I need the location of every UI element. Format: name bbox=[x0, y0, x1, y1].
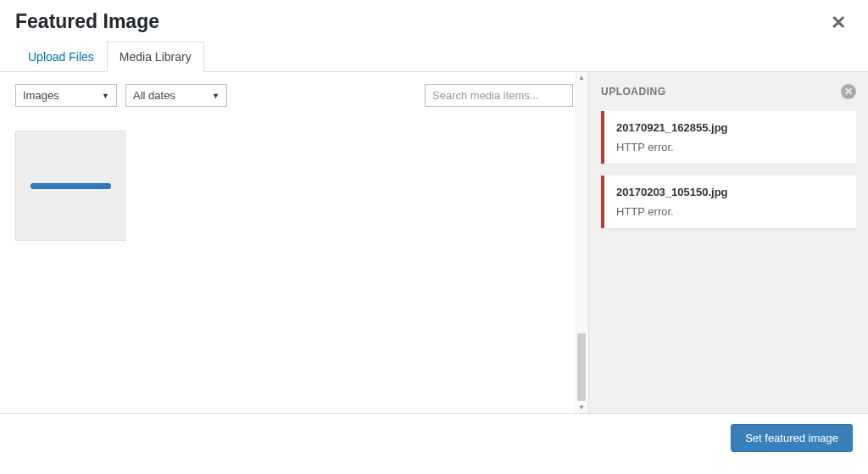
modal-title: Featured Image bbox=[15, 10, 159, 33]
upload-error-item: 20170921_162855.jpg HTTP error. bbox=[601, 111, 856, 164]
upload-error-message: HTTP error. bbox=[616, 205, 844, 218]
filter-date-select[interactable]: All dates ▼ bbox=[125, 84, 227, 107]
media-grid-area: Images ▼ All dates ▼ ▲ ▼ bbox=[0, 72, 588, 413]
chevron-down-icon: ▼ bbox=[102, 92, 109, 100]
search-input[interactable] bbox=[425, 84, 573, 107]
filter-type-select[interactable]: Images ▼ bbox=[15, 84, 117, 107]
upload-error-message: HTTP error. bbox=[616, 141, 844, 153]
scroll-up-icon: ▲ bbox=[578, 74, 585, 81]
filter-date-value: All dates bbox=[133, 89, 175, 102]
upload-progress-bar bbox=[31, 183, 111, 189]
set-featured-image-button[interactable]: Set featured image bbox=[731, 424, 853, 452]
modal-footer: Set featured image bbox=[0, 413, 868, 462]
upload-filename: 20170921_162855.jpg bbox=[616, 121, 844, 134]
tab-bar: Upload Files Media Library bbox=[0, 41, 868, 71]
upload-error-item: 20170203_105150.jpg HTTP error. bbox=[601, 176, 856, 228]
upload-sidebar: UPLOADING ✕ 20170921_162855.jpg HTTP err… bbox=[588, 72, 868, 413]
filter-type-value: Images bbox=[23, 89, 59, 102]
upload-filename: 20170203_105150.jpg bbox=[616, 186, 844, 198]
tab-upload-files[interactable]: Upload Files bbox=[15, 42, 107, 72]
scroll-down-icon: ▼ bbox=[578, 404, 585, 411]
scrollbar[interactable]: ▲ ▼ bbox=[575, 72, 588, 413]
attachment-grid bbox=[15, 119, 573, 401]
tab-media-library[interactable]: Media Library bbox=[107, 42, 204, 72]
dismiss-errors-icon[interactable]: ✕ bbox=[841, 84, 856, 99]
attachment-uploading[interactable] bbox=[15, 131, 125, 241]
sidebar-title: UPLOADING bbox=[601, 86, 666, 98]
scrollbar-thumb[interactable] bbox=[577, 333, 586, 401]
close-icon[interactable]: ✕ bbox=[824, 10, 853, 36]
chevron-down-icon: ▼ bbox=[212, 92, 220, 100]
